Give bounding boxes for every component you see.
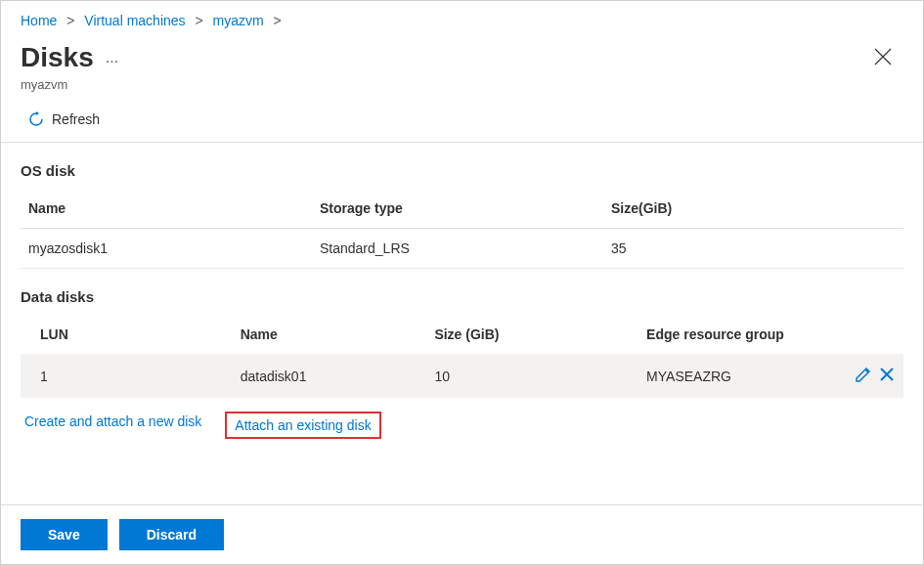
edit-icon[interactable]: [855, 366, 872, 383]
refresh-label: Refresh: [52, 111, 100, 127]
delete-icon[interactable]: [878, 366, 896, 383]
save-button[interactable]: Save: [21, 519, 108, 550]
refresh-icon: [28, 111, 44, 127]
data-disk-name: datadisk01: [233, 354, 427, 398]
chevron-right-icon: >: [66, 13, 74, 28]
data-disk-size: 10: [426, 354, 638, 398]
os-disk-header-name: Name: [21, 189, 312, 229]
breadcrumb: Home > Virtual machines > myazvm >: [1, 1, 923, 36]
close-icon[interactable]: [866, 40, 900, 75]
breadcrumb-vm-name[interactable]: myazvm: [213, 13, 264, 28]
os-disk-name: myazosdisk1: [21, 229, 312, 269]
refresh-button[interactable]: Refresh: [28, 111, 100, 127]
data-disk-header-edge-rg: Edge resource group: [638, 315, 833, 354]
data-disks-section-title: Data disks: [21, 288, 903, 305]
os-disk-header-size: Size(GiB): [603, 189, 903, 229]
data-disk-lun: 1: [21, 354, 233, 398]
data-disk-row[interactable]: 1 datadisk01 10 MYASEAZRG: [21, 354, 903, 398]
chevron-right-icon: >: [274, 13, 282, 28]
os-disk-table: Name Storage type Size(GiB) myazosdisk1 …: [21, 189, 903, 269]
create-attach-new-disk-link[interactable]: Create and attach a new disk: [21, 412, 205, 439]
data-disk-edge-rg: MYASEAZRG: [638, 354, 833, 398]
data-disk-header-name: Name: [233, 315, 427, 354]
breadcrumb-virtual-machines[interactable]: Virtual machines: [84, 13, 185, 28]
data-disk-header-lun: LUN: [21, 315, 233, 354]
os-disk-size: 35: [603, 229, 903, 269]
os-disk-header-storage-type: Storage type: [312, 189, 603, 229]
os-disk-row: myazosdisk1 Standard_LRS 35: [21, 229, 903, 269]
page-title: Disks: [21, 42, 94, 73]
data-disks-table: LUN Name Size (GiB) Edge resource group …: [21, 315, 903, 398]
os-disk-section-title: OS disk: [21, 162, 903, 179]
page-subtitle: myazvm: [1, 77, 923, 104]
attach-existing-disk-link[interactable]: Attach an existing disk: [225, 412, 380, 439]
discard-button[interactable]: Discard: [119, 519, 224, 550]
breadcrumb-home[interactable]: Home: [21, 13, 57, 28]
data-disk-header-size: Size (GiB): [426, 315, 638, 354]
os-disk-storage-type: Standard_LRS: [312, 229, 603, 269]
more-menu[interactable]: ···: [106, 53, 118, 70]
chevron-right-icon: >: [195, 13, 202, 28]
